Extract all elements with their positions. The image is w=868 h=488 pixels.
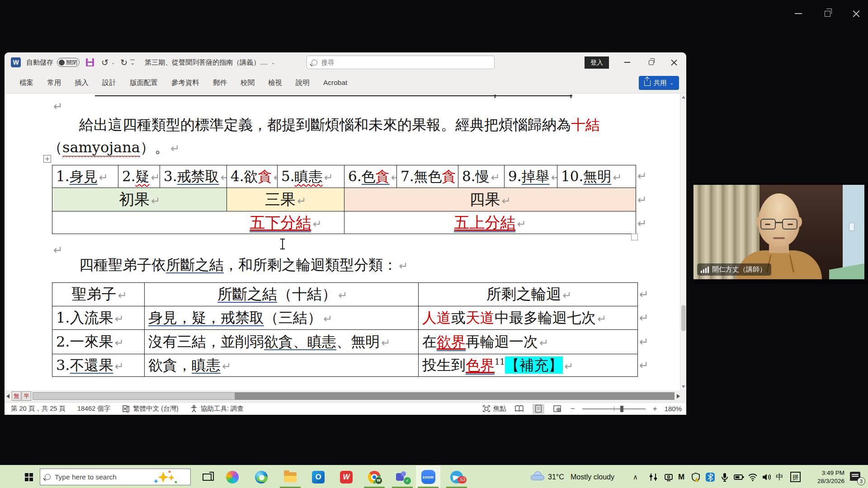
view-button-wu[interactable]: 無 xyxy=(12,391,21,401)
notification-badge[interactable]: 3 xyxy=(857,477,865,485)
battery-icon[interactable] xyxy=(733,472,744,482)
disciples-table[interactable]: 聖弟子↵ 所斷之結（十結）↵ 所剩之輪迴↵ 1.入流果↵ 身見，疑，戒禁取（三結… xyxy=(52,282,638,377)
print-layout-button[interactable] xyxy=(533,404,544,414)
ime-language-indicator[interactable]: 中 xyxy=(776,465,783,488)
zoom-out-button[interactable]: − xyxy=(571,404,575,413)
word-minimize-button[interactable] xyxy=(616,52,638,72)
bluetooth-icon[interactable] xyxy=(705,472,715,482)
title-chevron-icon[interactable]: ⌄ xyxy=(271,60,275,65)
taskbar-clock[interactable]: 3:49 PM 28/3/2026 xyxy=(807,469,844,485)
weather-icon[interactable] xyxy=(531,471,544,480)
file-explorer-button[interactable] xyxy=(280,465,300,488)
focus-mode-button[interactable]: 焦點 xyxy=(483,404,506,413)
read-mode-button[interactable] xyxy=(514,404,525,414)
speaker-video-panel[interactable]: 開仁方丈（講師） xyxy=(692,183,868,284)
minimize-icon[interactable] xyxy=(795,13,802,14)
telegram-button[interactable]: .53 xyxy=(447,465,467,488)
tab-acrobat[interactable]: Acrobat xyxy=(316,72,354,93)
fetters-cut-cell: 欲貪，瞋恚↵ xyxy=(145,354,419,377)
page-indicator[interactable]: 第 20 頁，共 25 頁 xyxy=(11,404,66,413)
weather-temperature[interactable]: 31°C xyxy=(548,465,564,488)
tab-mailings[interactable]: 郵件 xyxy=(206,72,234,93)
undo-icon[interactable]: ↺ xyxy=(101,57,108,67)
tab-home[interactable]: 常用 xyxy=(40,72,68,93)
tab-references[interactable]: 參考資料 xyxy=(165,72,206,93)
upper-fetters-cell: 五上分結↵ xyxy=(344,211,636,234)
vertical-scrollbar-thumb[interactable] xyxy=(681,305,686,331)
table-resize-handle[interactable] xyxy=(631,234,638,240)
view-button-ban[interactable]: 半 xyxy=(22,391,31,401)
table-move-handle[interactable]: + xyxy=(43,155,51,163)
task-view-button[interactable] xyxy=(197,465,217,488)
clock-time: 3:49 PM xyxy=(807,469,844,477)
edge-button[interactable] xyxy=(251,465,271,488)
document-canvas[interactable]: ↵ 給出這四種類型的標準定義，都提到斷煩惱和未來的果報。經典把煩惱歸納為十結 （… xyxy=(5,94,686,390)
fetter-cell: 5.瞋恚↵ xyxy=(278,165,344,188)
tab-file[interactable]: 檔案 xyxy=(13,72,40,93)
tab-insert[interactable]: 插入 xyxy=(68,72,95,93)
speaker-icon[interactable] xyxy=(761,472,772,482)
mixer-icon[interactable] xyxy=(648,472,658,482)
scroll-up-icon[interactable] xyxy=(682,96,685,99)
search-input[interactable] xyxy=(321,59,490,66)
horizontal-scrollbar-thumb[interactable] xyxy=(33,392,235,400)
tab-design[interactable]: 設計 xyxy=(95,72,123,93)
close-icon[interactable] xyxy=(853,10,860,17)
scroll-left-icon[interactable] xyxy=(6,394,9,399)
taskbar-search-input[interactable] xyxy=(55,473,150,481)
signin-button[interactable]: 登入 xyxy=(585,56,609,69)
tab-layout[interactable]: 版面配置 xyxy=(123,72,165,93)
screen-cast-icon[interactable] xyxy=(664,472,674,482)
word-search-box[interactable] xyxy=(307,56,495,69)
search-icon xyxy=(45,474,51,480)
ime-pinyin-indicator[interactable]: 拼 xyxy=(790,472,801,482)
word-count[interactable]: 18462 個字 xyxy=(77,404,110,413)
edge-icon xyxy=(255,471,268,483)
microphone-icon[interactable] xyxy=(720,472,730,482)
taskbar-search-box[interactable] xyxy=(40,469,191,485)
clock-date: 28/3/2026 xyxy=(807,477,844,485)
start-button[interactable] xyxy=(19,465,39,488)
fetter-cell: 3.戒禁取↵ xyxy=(160,165,227,188)
share-button[interactable]: 共用 ⌄ xyxy=(639,76,679,90)
paragraph-2: 四種聖弟子依所斷之結，和所剩之輪迴類型分類：↵ xyxy=(5,255,665,275)
fetters-table[interactable]: 1.身見↵ 2.疑↵ 3.戒禁取↵ 4.欲貪↵ 5.瞋恚↵ 6.色貪↵ 7.無色… xyxy=(52,165,636,234)
tab-view[interactable]: 檢視 xyxy=(261,72,289,93)
table-row: 3.不還果↵ 欲貪，瞋恚↵ 投生到色界11【補充】↵ xyxy=(52,354,638,377)
third-fruit-cell: 三果↵ xyxy=(227,188,344,211)
copilot-button[interactable] xyxy=(222,465,242,488)
scroll-right-icon[interactable] xyxy=(677,394,680,399)
m-app-icon[interactable]: M xyxy=(678,465,684,488)
scroll-down-icon[interactable] xyxy=(682,385,685,388)
tray-chevron-icon[interactable]: ∧ xyxy=(633,465,638,488)
tab-review[interactable]: 校閱 xyxy=(234,72,261,93)
share-icon xyxy=(644,80,651,86)
zoom-slider[interactable] xyxy=(582,405,646,413)
outlook-button[interactable]: O xyxy=(308,465,328,488)
save-icon[interactable] xyxy=(86,58,94,66)
wifi-icon[interactable] xyxy=(748,472,758,482)
tab-help[interactable]: 說明 xyxy=(289,72,316,93)
word-restore-button[interactable] xyxy=(640,52,662,72)
proofing-status[interactable]: 繁體中文 (台灣) xyxy=(122,404,179,413)
zoom-percentage[interactable]: 180% xyxy=(665,405,682,413)
teams-button[interactable]: ✓ xyxy=(392,465,412,488)
security-shield-icon[interactable] xyxy=(691,472,701,482)
horizontal-scrollbar-track[interactable] xyxy=(33,392,675,400)
accessibility-status[interactable]: 協助工具: 調查 xyxy=(190,404,244,413)
redo-icon[interactable]: ↻ xyxy=(120,57,127,67)
wps-button[interactable]: W xyxy=(336,465,356,488)
chrome-button[interactable]: W xyxy=(364,465,384,488)
horizontal-scrollbar[interactable]: 無 半 xyxy=(5,390,686,402)
weather-description[interactable]: Mostly cloudy xyxy=(571,465,614,488)
word-close-button[interactable] xyxy=(663,52,685,72)
web-layout-button[interactable] xyxy=(552,404,563,414)
undo-chevron-icon[interactable]: ⌄ xyxy=(111,60,115,65)
autosave-toggle[interactable]: 關閉 xyxy=(57,58,80,67)
zoom-app-button[interactable]: zoom xyxy=(416,465,440,488)
zoom-slider-thumb[interactable] xyxy=(620,406,623,412)
quick-access-more-icon[interactable]: ⌄ xyxy=(130,60,135,65)
zoom-in-button[interactable]: + xyxy=(653,404,657,413)
vertical-scrollbar[interactable] xyxy=(680,94,686,390)
restore-icon[interactable] xyxy=(825,11,830,17)
